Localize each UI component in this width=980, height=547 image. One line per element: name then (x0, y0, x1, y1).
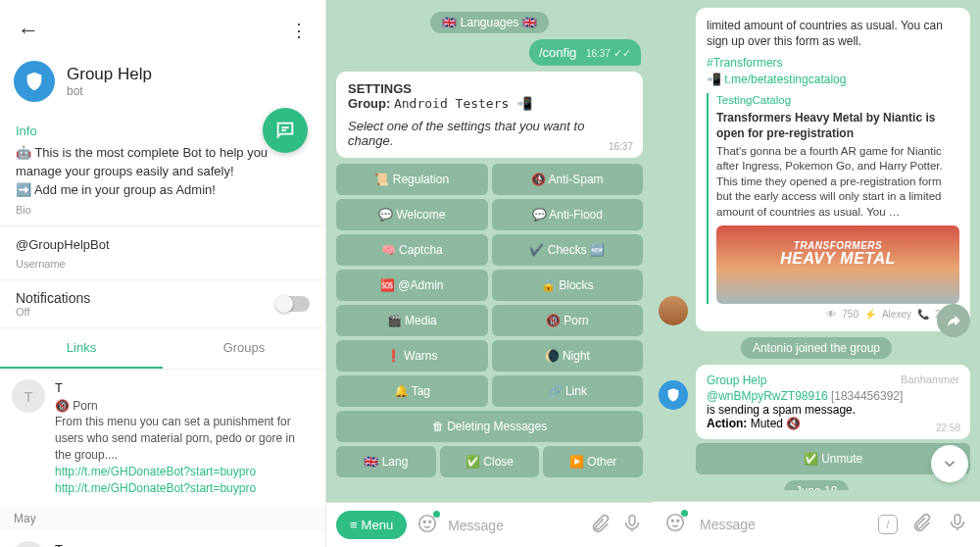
shield-icon (14, 61, 55, 102)
action-line: is sending a spam message. (707, 403, 959, 417)
regulation-button[interactable]: 📜 Regulation (336, 164, 488, 195)
msg-text-top: limited amount of countries as usual. Yo… (707, 18, 959, 49)
item-body: From this menu you can set a punishment … (55, 414, 314, 463)
link-item[interactable]: T T Hi Alexey! Group Help is the most co… (0, 531, 325, 547)
deleting-button[interactable]: 🗑 Deleting Messages (336, 411, 643, 442)
checks-button[interactable]: ✔️ Checks 🆕 (492, 234, 644, 266)
antispam-button[interactable]: 🚯 Anti-Spam (492, 164, 644, 195)
unmute-button[interactable]: ✅ Unmute (696, 443, 970, 474)
captcha-button[interactable]: 🧠 Captcha (336, 234, 488, 266)
tag-button[interactable]: 🔔 Tag (336, 375, 488, 407)
tme-link[interactable]: 📲 t.me/betatestingcatalog (707, 73, 846, 86)
menu-icon: ≡ (350, 518, 358, 532)
moderation-message[interactable]: Group Help Banhammer @wnBMpyRwZT98916 [1… (696, 365, 970, 439)
bot-avatar[interactable] (659, 380, 688, 410)
message-input[interactable]: Message (448, 518, 580, 533)
notifications-row[interactable]: Notifications Off (0, 280, 325, 328)
bot-profile-panel: ← ⋮ Group Help bot Info 🤖 This is the mo… (0, 0, 326, 547)
outgoing-message[interactable]: /config 16:37 ✓✓ (338, 39, 641, 66)
item-title: T (55, 541, 308, 547)
link[interactable]: http://t.me/GHDonateBot?start=buypro (55, 480, 314, 497)
mic-icon[interactable] (621, 513, 643, 538)
media-button[interactable]: 🎬 Media (336, 305, 488, 336)
via-label: Banhammer (901, 373, 959, 385)
forwarded-message[interactable]: limited amount of countries as usual. Yo… (696, 8, 970, 331)
item-title: T (55, 379, 314, 397)
link[interactable]: http://t.me/GHDonateBot?start=buypro (55, 464, 314, 480)
profile-header: Group Help bot (0, 61, 325, 114)
notifications-title: Notifications (16, 290, 90, 306)
welcome-button[interactable]: 💬 Welcome (336, 199, 488, 230)
author: Alexey (882, 308, 911, 322)
bot-title: Group Help (67, 65, 152, 84)
bot-subtitle: bot (67, 84, 152, 98)
action-value: Muted 🔇 (751, 417, 802, 430)
settings-message[interactable]: SETTINGS Group: Android Testers 📲 Select… (336, 72, 643, 158)
preview-source: TestingCatalog (716, 93, 959, 109)
warns-button[interactable]: ❗ Warns (336, 340, 488, 372)
message-composer: Message / (653, 501, 980, 547)
message-fab[interactable] (263, 108, 308, 153)
date-pill: June 18 (784, 480, 850, 490)
group-name: Android Testers 📲 (394, 96, 532, 111)
tab-groups[interactable]: Groups (163, 328, 325, 369)
bolt-icon: ⚡ (864, 308, 876, 322)
user-avatar[interactable] (659, 296, 688, 325)
sender-name[interactable]: Group Help (707, 373, 766, 387)
username-section[interactable]: @GroupHelpBot Username (0, 226, 325, 281)
msg-text: /config (539, 45, 576, 60)
svg-point-2 (419, 515, 436, 531)
admin-button[interactable]: 🆘 @Admin (336, 270, 488, 301)
attach-icon[interactable] (590, 513, 612, 538)
settings-chat-panel: 🇬🇧 Languages 🇬🇧 /config 16:37 ✓✓ SETTING… (326, 0, 653, 547)
svg-point-7 (671, 520, 673, 522)
settings-desc: Select one of the settings that you want… (348, 119, 631, 148)
message-input[interactable]: Message (700, 517, 864, 532)
attach-icon[interactable] (911, 512, 933, 537)
link-preview[interactable]: TestingCatalog Transformers Heavy Metal … (707, 93, 959, 304)
link-button[interactable]: 🔗 Link (492, 375, 644, 407)
user-mention[interactable]: @wnBMpyRwZT98916 (707, 389, 828, 403)
preview-image[interactable]: TRANSFORMERSHEAVY METAL (716, 225, 959, 304)
mic-icon[interactable] (947, 512, 968, 537)
notifications-state: Off (16, 306, 90, 318)
languages-pill[interactable]: 🇬🇧 Languages 🇬🇧 (430, 12, 548, 33)
tab-links[interactable]: Links (0, 328, 163, 369)
timestamp: 22:58 (936, 423, 960, 433)
action-label: Action: (707, 417, 747, 430)
svg-point-4 (429, 521, 431, 522)
svg-rect-9 (955, 515, 960, 524)
avatar: T (12, 379, 45, 413)
settings-button-grid: 📜 Regulation 🚯 Anti-Spam 💬 Welcome 💬 Ant… (336, 164, 643, 477)
username: @GroupHelpBot (16, 236, 310, 255)
blocks-button[interactable]: 🔒 Blocks (492, 270, 644, 301)
group-chat-panel: limited amount of countries as usual. Yo… (653, 0, 980, 547)
close-button[interactable]: ✅ Close (440, 446, 540, 477)
other-button[interactable]: ▶️ Other (543, 446, 643, 477)
porn-button[interactable]: 🔞 Porn (492, 305, 644, 336)
timestamp: 16:37 (609, 141, 633, 152)
system-message: Antonio joined the group (741, 337, 892, 359)
slash-command-icon[interactable]: / (878, 515, 898, 534)
profile-tabs: Links Groups (0, 328, 325, 370)
share-button[interactable] (937, 304, 970, 337)
menu-button[interactable]: ≡Menu (336, 511, 407, 539)
svg-point-3 (423, 521, 425, 522)
link-item[interactable]: T T 🔞 Porn From this menu you can set a … (0, 370, 325, 506)
svg-point-6 (667, 515, 684, 531)
eye-icon: 👁 (826, 308, 836, 322)
lang-button[interactable]: 🇬🇧 Lang (336, 446, 436, 477)
back-button[interactable]: ← (12, 12, 45, 49)
hashtag[interactable]: #Transformers (707, 56, 783, 70)
notifications-toggle[interactable] (276, 296, 310, 312)
avatar: T (12, 541, 45, 547)
preview-body: That's gonna be a fourth AR game for Nia… (716, 144, 959, 221)
username-label: Username (16, 258, 310, 270)
sticker-icon[interactable] (416, 513, 438, 538)
sticker-icon[interactable] (664, 512, 686, 537)
more-menu[interactable]: ⋮ (284, 14, 314, 47)
user-id: [1834456392] (831, 389, 903, 403)
antiflood-button[interactable]: 💬 Anti-Flood (492, 199, 644, 230)
night-button[interactable]: 🌘 Night (492, 340, 644, 372)
scroll-down-button[interactable] (931, 445, 968, 482)
